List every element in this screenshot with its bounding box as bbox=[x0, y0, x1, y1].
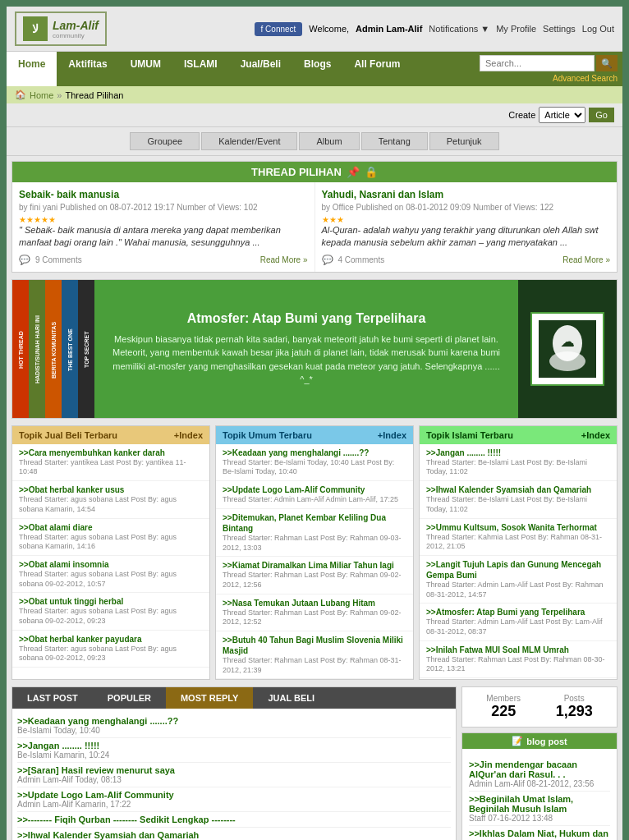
item-title[interactable]: >>Ihwal Kalender Syamsiah dan Qamariah bbox=[426, 484, 610, 495]
svg-text:☁: ☁ bbox=[561, 335, 574, 349]
logout-link[interactable]: Log Out bbox=[582, 24, 614, 34]
svg-point-2 bbox=[549, 351, 585, 371]
main-content: THREAD PILIHAN 📌 🔒 Sebaik- baik manusia … bbox=[7, 156, 622, 840]
tab-last-post[interactable]: LAST POST bbox=[12, 687, 93, 709]
logo-icon: ﻻ bbox=[23, 16, 48, 41]
settings-link[interactable]: Settings bbox=[543, 24, 576, 34]
col-islami-header: Topik Islami Terbaru +Index bbox=[420, 426, 617, 444]
stats-box: Members 225 Posts 1,293 bbox=[461, 686, 618, 728]
item-title[interactable]: >>Ihwal Kalender Syamsiah dan Qamariah bbox=[17, 830, 451, 840]
item-title[interactable]: >>Obat herbal kanker payudara bbox=[19, 634, 203, 645]
item-title[interactable]: >>-------- Fiqih Qurban -------- Sedikit… bbox=[17, 815, 451, 824]
pin-icon: 📌 bbox=[347, 166, 360, 178]
nav-aktifitas[interactable]: Aktifitas bbox=[57, 52, 118, 86]
tp-left-title[interactable]: Sebaik- baik manusia bbox=[19, 189, 308, 200]
item-title[interactable]: >>Kiamat Diramalkan Lima Miliar Tahun la… bbox=[223, 560, 406, 571]
ht-image: ☁ bbox=[530, 312, 604, 386]
ht-label-hot: HOT THREAD bbox=[12, 280, 29, 419]
item-title[interactable]: >>Obat alami insomnia bbox=[19, 559, 203, 570]
item-title[interactable]: >>Jangan ........ !!!!! bbox=[17, 741, 451, 750]
ht-hot-label: HOT THREAD bbox=[12, 280, 29, 419]
item-title[interactable]: >>Obat alami diare bbox=[19, 522, 203, 533]
item-title[interactable]: >>Beginilah Umat Islam, Beginilah Musuh … bbox=[469, 794, 610, 814]
notifications-button[interactable]: Notifications ▼ bbox=[429, 24, 489, 34]
tab-most-reply[interactable]: MOST REPLY bbox=[166, 687, 254, 709]
item-title[interactable]: >>Obat untuk tinggi herbal bbox=[19, 596, 203, 607]
col-umum-plus[interactable]: +Index bbox=[378, 430, 406, 440]
logo-box: ﻻ Lam-Alif community bbox=[15, 11, 107, 46]
sub-tab-album[interactable]: Album bbox=[299, 132, 359, 150]
item-meta: Thread Starter: yantikea Last Post By: y… bbox=[19, 458, 203, 477]
item-title[interactable]: >>Jin mendengar bacaan AlQur'an dari Ras… bbox=[469, 760, 610, 779]
three-columns: Topik Jual Beli Terbaru +Index >>Cara me… bbox=[11, 425, 618, 681]
item-title[interactable]: >>Atmosfer: Atap Bumi yang Terpelihara bbox=[426, 607, 610, 617]
item-title[interactable]: >>Cara menyembuhkan kanker darah bbox=[19, 448, 203, 458]
create-type-select[interactable]: Article bbox=[539, 107, 585, 123]
fb-connect-button[interactable]: f Connect bbox=[255, 22, 303, 36]
tp-right: Yahudi, Nasrani dan Islam by Office Publ… bbox=[315, 182, 618, 272]
item-meta: Thread Starter: Rahman Last Post By: Rah… bbox=[426, 655, 610, 674]
nav-jualbeli[interactable]: Jual/Beli bbox=[229, 52, 292, 86]
my-profile-link[interactable]: My Profile bbox=[496, 24, 536, 34]
item-title[interactable]: >>Jangan ........ !!!!! bbox=[426, 448, 610, 458]
nav-home[interactable]: Home bbox=[7, 52, 57, 86]
bottom-left-section: LAST POST POPULER MOST REPLY JUAL BELI >… bbox=[11, 686, 457, 840]
item-title[interactable]: >>Keadaan yang menghalangi .......?? bbox=[17, 716, 451, 726]
sub-tab-groupee[interactable]: Groupee bbox=[130, 132, 200, 150]
search-button[interactable]: 🔍 bbox=[596, 55, 618, 71]
col-jualbeli-plus[interactable]: +Index bbox=[174, 430, 203, 440]
col-jualbeli-header: Topik Jual Beli Terbaru +Index bbox=[12, 426, 209, 444]
ht-main-title[interactable]: Atmosfer: Atap Bumi yang Terpelihara bbox=[108, 311, 505, 326]
list-item: >>Jangan ........ !!!!! Be-Islami Kamari… bbox=[17, 738, 451, 763]
nav-blogs[interactable]: Blogs bbox=[292, 52, 342, 86]
tp-right-title[interactable]: Yahudi, Nasrani dan Islam bbox=[322, 189, 611, 200]
item-title[interactable]: >>Nasa Temukan Jutaan Lubang Hitam bbox=[223, 598, 406, 608]
item-meta: Be-Islami Kamarin, 10:24 bbox=[17, 750, 451, 760]
nav-bar: Home Aktifitas UMUM ISLAMI Jual/Beli Blo… bbox=[7, 52, 622, 86]
tp-right-readmore[interactable]: Read More » bbox=[562, 255, 610, 264]
breadcrumb-home-link[interactable]: Home bbox=[30, 90, 53, 100]
item-title[interactable]: >>Update Logo Lam-Alif Community bbox=[223, 484, 406, 495]
sub-tab-petunjuk[interactable]: Petunjuk bbox=[429, 132, 499, 150]
list-item: >>Obat alami insomnia Thread Starter: ag… bbox=[12, 556, 209, 593]
item-title[interactable]: >>Ummu Kultsum, Sosok Wanita Terhormat bbox=[426, 522, 610, 533]
item-title[interactable]: >>Update Logo Lam-Alif Community bbox=[17, 790, 451, 800]
item-title[interactable]: >>Obat herbal kanker usus bbox=[19, 484, 203, 495]
item-meta: Thread Starter: Rahman Last Post By: Rah… bbox=[223, 534, 406, 553]
logo-area: ﻻ Lam-Alif community bbox=[15, 11, 107, 46]
item-title[interactable]: >>Ikhlas Dalam Niat, Hukum dan Keutamaan… bbox=[469, 829, 610, 840]
item-meta: Thread Starter: Rahman Last Post By: Rah… bbox=[223, 656, 406, 675]
tp-right-meta: by Office Published on 08-01-2012 09:09 … bbox=[322, 203, 611, 212]
tab-populer[interactable]: POPULER bbox=[93, 687, 166, 709]
nav-umum[interactable]: UMUM bbox=[119, 52, 172, 86]
tp-left-stars: ★★★★★ bbox=[19, 215, 308, 224]
col-islami-plus[interactable]: +Index bbox=[581, 430, 610, 440]
advanced-search-link[interactable]: Advanced Search bbox=[553, 74, 618, 83]
welcome-text: Welcome, bbox=[309, 24, 349, 34]
item-meta: Thread Starter: Rahman Last Post By: Rah… bbox=[223, 608, 406, 627]
search-input[interactable] bbox=[480, 55, 595, 71]
blog-post-box: 📝 blog post >>Jin mendengar bacaan AlQur… bbox=[461, 732, 618, 840]
sub-tab-tentang[interactable]: Tentang bbox=[361, 132, 428, 150]
nav-allforum[interactable]: All Forum bbox=[342, 52, 411, 86]
item-meta: Be-Islami Today, 10:40 bbox=[17, 726, 451, 735]
lock-icon: 🔒 bbox=[365, 166, 378, 178]
members-label: Members bbox=[486, 694, 521, 703]
stats-row: Members 225 Posts 1,293 bbox=[469, 694, 610, 720]
go-button[interactable]: Go bbox=[589, 108, 614, 122]
item-title[interactable]: >>[Saran] Hasil review menurut saya bbox=[17, 765, 451, 775]
item-title[interactable]: >>Inilah Fatwa MUI Soal MLM Umrah bbox=[426, 645, 610, 655]
item-title[interactable]: >>Ditemukan, Planet Kembar Keliling Dua … bbox=[223, 512, 406, 534]
item-title[interactable]: >>Butuh 40 Tahun Bagi Muslim Slovenia Mi… bbox=[223, 635, 406, 656]
tp-left-readmore[interactable]: Read More » bbox=[260, 255, 308, 264]
item-title[interactable]: >>Keadaan yang menghalangi .......?? bbox=[223, 448, 406, 458]
sub-tab-kalender[interactable]: Kalender/Event bbox=[201, 132, 297, 150]
posts-stat: Posts 1,293 bbox=[556, 694, 593, 720]
tab-jual-beli[interactable]: JUAL BELI bbox=[253, 687, 329, 709]
item-title[interactable]: >>Langit Tujuh Lapis dan Gunung Mencegah… bbox=[426, 559, 610, 581]
nav-islami[interactable]: ISLAMI bbox=[172, 52, 229, 86]
col-jualbeli-items: >>Cara menyembuhkan kanker darah Thread … bbox=[12, 444, 209, 668]
tp-left: Sebaik- baik manusia by fini yani Publis… bbox=[12, 182, 315, 272]
item-meta: Thread Starter: Be-Islami Today, 10:40 L… bbox=[223, 458, 406, 477]
item-meta: Staff 07-16-2012 13:48 bbox=[469, 814, 610, 823]
